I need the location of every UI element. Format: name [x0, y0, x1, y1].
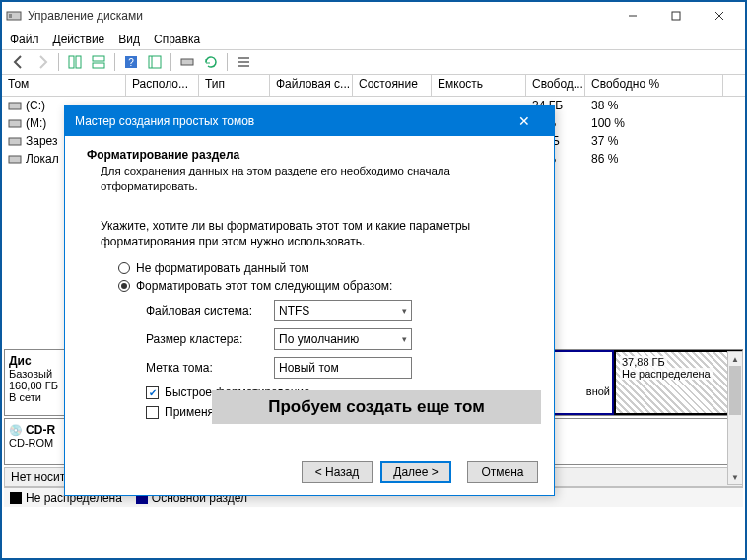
- chevron-down-icon: ▾: [402, 306, 407, 315]
- col-freepct[interactable]: Свободно %: [585, 75, 723, 96]
- col-layout[interactable]: Располо...: [126, 75, 199, 96]
- menubar: Файл Действие Вид Справка: [2, 30, 745, 49]
- radio-noformat[interactable]: Не форматировать данный том: [118, 261, 532, 275]
- dialog-instructions: Укажите, хотите ли вы форматировать этот…: [101, 218, 532, 249]
- menu-file[interactable]: Файл: [10, 33, 39, 46]
- toolbar-settings-icon[interactable]: [144, 51, 166, 73]
- volume-label-input[interactable]: Новый том: [274, 357, 412, 379]
- toolbar: ?: [2, 49, 745, 75]
- col-type[interactable]: Тип: [199, 75, 270, 96]
- menu-view[interactable]: Вид: [118, 33, 140, 46]
- toolbar-view2-icon[interactable]: [88, 51, 109, 73]
- svg-rect-18: [9, 103, 21, 109]
- toolbar-view1-icon[interactable]: [64, 51, 86, 73]
- svg-rect-8: [93, 56, 104, 61]
- wizard-dialog: Мастер создания простых томов ✕ Форматир…: [64, 105, 555, 496]
- dialog-subheading: Для сохранения данных на этом разделе ег…: [101, 164, 532, 194]
- radio-format[interactable]: Форматировать этот том следующим образом…: [118, 279, 532, 293]
- disk-mgmt-icon: [6, 8, 22, 24]
- dialog-titlebar: Мастер создания простых томов ✕: [65, 106, 554, 136]
- col-capacity[interactable]: Емкость: [432, 75, 526, 96]
- scroll-down-icon[interactable]: ▼: [728, 470, 742, 484]
- svg-rect-20: [9, 138, 21, 145]
- partition-unallocated[interactable]: 37,88 ГБ Не распределена: [614, 350, 742, 415]
- svg-rect-16: [238, 61, 249, 63]
- toolbar-disk-icon[interactable]: [176, 51, 198, 73]
- col-free[interactable]: Свобод...: [526, 75, 585, 96]
- svg-rect-21: [9, 156, 21, 163]
- minimize-button[interactable]: [611, 2, 654, 30]
- svg-rect-12: [149, 56, 161, 68]
- svg-rect-3: [672, 12, 680, 20]
- window-title: Управление дисками: [28, 9, 611, 23]
- dialog-title: Мастер создания простых томов: [75, 114, 505, 128]
- col-status[interactable]: Состояние: [353, 75, 432, 96]
- svg-rect-7: [76, 56, 81, 68]
- svg-rect-6: [69, 56, 74, 68]
- legend-unalloc-swatch: [10, 492, 22, 504]
- cluster-select[interactable]: По умолчанию ▾: [274, 328, 412, 350]
- col-volume[interactable]: Том: [2, 75, 126, 96]
- volume-label-label: Метка тома:: [146, 361, 274, 375]
- scroll-thumb[interactable]: [729, 366, 741, 415]
- svg-rect-14: [181, 59, 193, 65]
- dialog-close-button[interactable]: ✕: [505, 113, 544, 129]
- help-icon[interactable]: ?: [120, 51, 142, 73]
- toolbar-refresh-icon[interactable]: [200, 51, 222, 73]
- checkbox-icon: ✔: [146, 386, 159, 399]
- svg-rect-15: [238, 57, 249, 59]
- svg-text:?: ?: [128, 57, 134, 68]
- svg-rect-1: [9, 14, 12, 18]
- svg-rect-9: [93, 63, 104, 68]
- svg-rect-17: [238, 65, 249, 67]
- window-titlebar: Управление дисками: [2, 2, 745, 30]
- cdrom-icon: 💿: [9, 424, 23, 436]
- back-button[interactable]: [8, 51, 30, 73]
- dialog-heading: Форматирование раздела: [87, 148, 532, 162]
- close-button[interactable]: [698, 2, 741, 30]
- checkbox-icon: [146, 406, 159, 419]
- svg-rect-19: [9, 120, 21, 127]
- chevron-down-icon: ▾: [402, 334, 407, 344]
- vertical-scrollbar[interactable]: ▲ ▼: [727, 351, 743, 485]
- scroll-up-icon[interactable]: ▲: [728, 352, 742, 366]
- radio-icon: [118, 280, 130, 292]
- filesystem-label: Файловая система:: [146, 304, 274, 317]
- maximize-button[interactable]: [654, 2, 698, 30]
- toolbar-list-icon[interactable]: [233, 51, 254, 73]
- col-fs[interactable]: Файловая с...: [270, 75, 353, 96]
- filesystem-select[interactable]: NTFS ▾: [274, 300, 412, 321]
- menu-help[interactable]: Справка: [154, 33, 200, 46]
- annotation-overlay: Пробуем создать еще том: [212, 390, 541, 424]
- cancel-button[interactable]: Отмена: [467, 461, 538, 483]
- back-button[interactable]: < Назад: [302, 461, 373, 483]
- volume-icon: [8, 135, 22, 147]
- cluster-label: Размер кластера:: [146, 332, 274, 346]
- forward-button[interactable]: [32, 51, 53, 73]
- volume-icon: [8, 153, 22, 165]
- volume-icon: [8, 100, 22, 111]
- radio-icon: [118, 262, 130, 274]
- next-button[interactable]: Далее >: [380, 461, 451, 483]
- volume-grid-header: Том Располо... Тип Файловая с... Состоян…: [2, 75, 745, 97]
- menu-action[interactable]: Действие: [53, 33, 105, 46]
- volume-icon: [8, 117, 22, 129]
